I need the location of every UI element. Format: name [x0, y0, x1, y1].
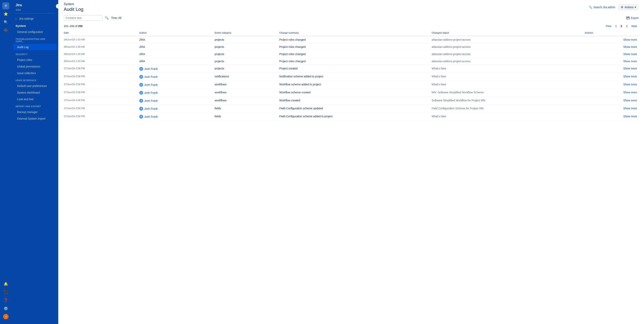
sidebar-item-default-user-preferences[interactable]: Default user preferences: [13, 83, 57, 89]
jira-logo-icon[interactable]: [2, 2, 9, 9]
show-more-button[interactable]: Show more: [623, 107, 637, 110]
table-row: 27/Jun/19 2:58 PMJJosh FrankfieldsField …: [64, 113, 638, 121]
sidebar-item-label: System dashboard: [17, 91, 40, 94]
author-link[interactable]: JJosh Frank: [139, 75, 213, 79]
back-to-jira-settings[interactable]: ← Jira settings: [12, 15, 58, 22]
sidebar-item-system-dashboard[interactable]: System dashboard: [13, 89, 57, 96]
create-icon[interactable]: ➕: [2, 27, 9, 34]
cell-summary: Field Configuration scheme updated: [279, 105, 432, 113]
audit-log-table-container: Date Author Event category Change summar…: [58, 30, 644, 324]
cell-date: 27/Jun/19 2:58 PM: [64, 73, 139, 81]
settings-icon[interactable]: ⚙️: [2, 305, 9, 312]
show-more-button[interactable]: Show more: [623, 99, 637, 102]
cell-summary: Workflow scheme added to project: [279, 81, 432, 89]
table-body: 28/Jun/19 1:33 AMJIRAprojectsProject rol…: [64, 36, 638, 121]
actions-dropdown-button[interactable]: ⚙ Actions ▾: [618, 4, 638, 10]
cell-author: JJosh Frank: [139, 89, 215, 97]
search-submit-button[interactable]: 🔍: [105, 16, 109, 20]
table-row: 27/Jun/19 2:58 PMJJosh FrankprojectsProj…: [64, 65, 638, 73]
contains-text-input[interactable]: [66, 16, 100, 20]
sidebar-item-audit-log[interactable]: Audit Log: [13, 44, 57, 50]
sidebar-item-backup-manager[interactable]: Backup manager: [13, 109, 57, 115]
cell-summary: Project roles changed: [279, 43, 432, 51]
page-1-button[interactable]: 1: [614, 24, 618, 28]
cell-category: fields: [214, 113, 279, 121]
sidebar: ‹ Jira JIRA ← Jira settings System Gener…: [12, 0, 58, 324]
show-more-button[interactable]: Show more: [623, 45, 637, 48]
author-link[interactable]: JJosh Frank: [139, 83, 213, 87]
sidebar-section-import-export: IMPORT AND EXPORT: [12, 102, 58, 109]
search-input-wrapper: [64, 15, 102, 21]
cell-date: 27/Jun/19 2:58 PM: [64, 97, 139, 105]
sidebar-item-issue-collectors[interactable]: Issue collectors: [13, 70, 57, 76]
cell-author: JJosh Frank: [139, 97, 215, 105]
sidebar-item-project-roles[interactable]: Project roles: [13, 57, 57, 63]
avatar: J: [139, 115, 143, 119]
next-page-button[interactable]: Next: [630, 24, 638, 28]
show-more-button[interactable]: Show more: [623, 53, 637, 56]
help-icon[interactable]: ❓: [2, 297, 9, 304]
sidebar-logo-area: Jira: [12, 0, 58, 9]
show-more-button[interactable]: Show more: [623, 115, 637, 118]
cell-summary: Workflow created: [279, 97, 432, 105]
export-label: Export: [631, 16, 638, 20]
pagination-bar: 101–200 of 255 Prev 1 2 3 Next: [58, 23, 644, 30]
author-link[interactable]: JJosh Frank: [139, 67, 213, 71]
cell-actions: Show more: [584, 65, 638, 73]
show-more-button[interactable]: Show more: [623, 60, 637, 63]
cell-date: 28/Jun/19 1:33 AM: [64, 36, 139, 43]
sidebar-item-label: Global permissions: [17, 65, 40, 68]
search-jira-admin-button[interactable]: 🔍 Search Jira admin: [589, 6, 615, 9]
apps-icon[interactable]: ⬛: [2, 289, 9, 296]
page-3-button[interactable]: 3: [624, 24, 629, 28]
show-more-button[interactable]: Show more: [623, 67, 637, 70]
cell-changed-object: WN: Software Simplified Workflow Scheme: [432, 89, 585, 97]
time-filter[interactable]: Time: All: [111, 16, 122, 20]
cell-date: 27/Jun/19 2:58 PM: [64, 113, 139, 121]
cell-actions: Show more: [584, 89, 638, 97]
show-more-button[interactable]: Show more: [623, 75, 637, 78]
sidebar-item-label: Look and feel: [17, 98, 34, 101]
cell-category: projects: [214, 51, 279, 58]
app-subtitle: JIRA: [16, 9, 54, 11]
sidebar-section-security: SECURITY: [12, 50, 58, 57]
cell-date: 28/Jun/19 1:33 AM: [64, 43, 139, 51]
cell-actions: Show more: [584, 113, 638, 121]
author-link[interactable]: JJosh Frank: [139, 99, 213, 103]
cell-actions: Show more: [584, 105, 638, 113]
show-more-button[interactable]: Show more: [623, 91, 637, 94]
avatar: J: [139, 107, 143, 111]
table-row: 28/Jun/19 1:33 AMJIRAprojectsProject rol…: [64, 58, 638, 65]
cell-changed-object: atlassian-addons-project-access: [432, 43, 585, 51]
avatar: J: [139, 91, 143, 95]
export-button[interactable]: 💾 Export: [626, 16, 638, 20]
cell-category: projects: [214, 36, 279, 43]
table-row: 28/Jun/19 1:33 AMJIRAprojectsProject rol…: [64, 51, 638, 58]
author-link[interactable]: JJosh Frank: [139, 107, 213, 111]
cell-summary: Project roles changed: [279, 51, 432, 58]
user-avatar-icon[interactable]: J: [2, 313, 9, 320]
author-link[interactable]: JJosh Frank: [139, 115, 213, 119]
show-more-button[interactable]: Show more: [623, 38, 637, 41]
page-title-area: System Audit Log: [64, 2, 83, 12]
cell-actions: Show more: [584, 36, 638, 43]
cell-changed-object: Field Configuration Scheme for Project W…: [432, 105, 585, 113]
cell-category: fields: [214, 105, 279, 113]
table-row: 28/Jun/19 1:33 AMJIRAprojectsProject rol…: [64, 43, 638, 51]
sidebar-item-global-permissions[interactable]: Global permissions: [13, 63, 57, 70]
search-icon[interactable]: 🔍: [2, 19, 9, 26]
cell-author: JIRA: [139, 36, 215, 43]
author-link[interactable]: JJosh Frank: [139, 91, 213, 95]
cell-category: projects: [214, 65, 279, 73]
notifications-icon[interactable]: 🔔: [2, 280, 9, 287]
cell-summary: Notification scheme added to project: [279, 73, 432, 81]
author-system: JIRA: [139, 60, 145, 63]
show-more-button[interactable]: Show more: [623, 83, 637, 86]
sidebar-item-label: Issue collectors: [17, 72, 36, 75]
sidebar-item-external-system-import[interactable]: External System Import: [13, 115, 57, 122]
avatar: J: [139, 67, 143, 71]
starred-icon[interactable]: ⭐: [2, 11, 9, 18]
sidebar-item-general-configuration[interactable]: General configuration: [13, 29, 57, 35]
sidebar-item-look-and-feel[interactable]: Look and feel: [13, 96, 57, 102]
prev-page-button[interactable]: Prev: [604, 24, 613, 28]
